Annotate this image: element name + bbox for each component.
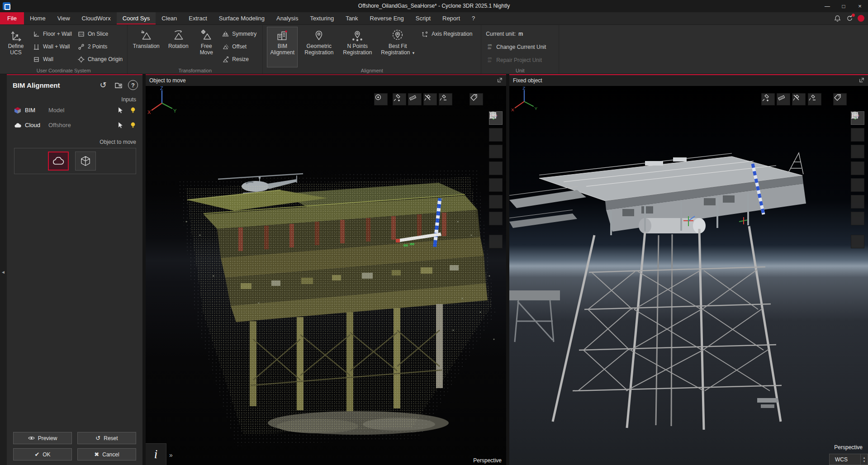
add-annotation-button[interactable] (761, 93, 775, 105)
look-at-button[interactable] (489, 178, 503, 192)
spinner-up-icon[interactable]: ▴ (863, 456, 865, 460)
collapse-panel-arrow[interactable]: ◄ (1, 270, 5, 275)
first-person-button[interactable] (851, 145, 864, 158)
tab-reverse-eng[interactable]: Reverse Eng (364, 12, 410, 24)
reset-button[interactable]: ↺ Reset (77, 432, 136, 444)
change-current-unit-button[interactable]: cmm³ Change Current Unit (486, 41, 554, 53)
measure-annotation-button[interactable] (408, 93, 422, 105)
add-annotation-button[interactable] (393, 93, 406, 105)
repair-project-unit-button[interactable]: cmm³ Repair Project Unit (486, 54, 554, 66)
tab-home[interactable]: Home (24, 12, 52, 24)
look-at-button[interactable] (851, 178, 864, 192)
rotation-button[interactable]: Rotation (166, 27, 191, 67)
slice-view-button[interactable] (851, 195, 864, 209)
sync-icon[interactable] (845, 14, 854, 23)
export-panel-icon[interactable] (113, 79, 124, 91)
visibility-bulb-icon[interactable] (130, 122, 136, 128)
tab-help[interactable]: ? (466, 12, 481, 24)
wcs-selector[interactable]: WCS ▴ ▾ (829, 454, 868, 465)
tab-report[interactable]: Report (436, 12, 466, 24)
symmetry-icon (222, 30, 229, 38)
tab-file[interactable]: File (0, 12, 24, 24)
fly-mode-button[interactable] (851, 161, 864, 175)
tab-cloudworx[interactable]: CloudWorx (76, 12, 117, 24)
offset-button[interactable]: Offset (222, 41, 258, 52)
link-views-button[interactable] (489, 235, 503, 248)
fit-view-button[interactable] (851, 128, 864, 142)
pick-cursor-icon[interactable] (118, 107, 123, 114)
left-viewport-header: Object to move (146, 75, 506, 86)
fit-view-button[interactable] (489, 128, 503, 142)
tab-extract[interactable]: Extract (183, 12, 213, 24)
annotation-off-button[interactable] (423, 93, 437, 105)
left-projection-label: Perspective (473, 457, 502, 464)
wall-button[interactable]: Wall (33, 53, 72, 65)
tab-analysis[interactable]: Analysis (270, 12, 304, 24)
popout-icon[interactable] (859, 77, 864, 84)
annotation-clear-button[interactable] (439, 93, 452, 105)
cancel-button[interactable]: ✖ Cancel (77, 448, 136, 460)
reset-defaults-icon[interactable]: ↺ (97, 79, 109, 91)
link-views-button[interactable] (851, 235, 864, 248)
ok-button[interactable]: ✔ OK (13, 448, 72, 460)
target-circle-button[interactable] (374, 93, 388, 105)
notification-badge[interactable] (858, 15, 864, 22)
spinner-down-icon[interactable]: ▾ (863, 460, 865, 463)
on-slice-button[interactable]: On Slice (77, 28, 123, 40)
tab-texturing[interactable]: Texturing (304, 12, 340, 24)
free-move-button[interactable]: Free Move (196, 27, 216, 67)
axis-registration-button[interactable]: Axis Registration (421, 28, 476, 40)
current-unit-label: Current unit: (486, 31, 516, 37)
window-controls: — □ × (819, 0, 868, 12)
expand-info-arrow[interactable]: » (169, 451, 173, 459)
best-fit-registration-icon (391, 28, 404, 42)
close-button[interactable]: × (852, 0, 868, 12)
flip-view-button[interactable] (489, 212, 503, 225)
app-icon[interactable] (3, 2, 10, 10)
tag-button[interactable] (833, 93, 847, 105)
preview-button[interactable]: Preview (13, 432, 72, 444)
translation-button[interactable]: Translation (132, 27, 160, 67)
left-3d-canvas[interactable]: i » Z X Y Perspective (146, 86, 506, 465)
move-model-toggle[interactable] (75, 152, 96, 171)
tab-surface-modeling[interactable]: Surface Modeling (213, 12, 270, 24)
slice-view-button[interactable] (489, 195, 503, 209)
info-button[interactable]: i (146, 443, 166, 465)
help-icon[interactable]: ? (128, 80, 138, 90)
n-points-registration-button[interactable]: N Points Registration (341, 27, 374, 67)
pick-cursor-icon[interactable] (118, 122, 123, 128)
notifications-bell-icon[interactable] (833, 14, 841, 23)
visibility-bulb-icon[interactable] (130, 107, 136, 114)
wall-wall-button[interactable]: Wall + Wall (33, 41, 72, 52)
move-cloud-toggle[interactable] (48, 152, 69, 171)
measure-annotation-button[interactable] (777, 93, 790, 105)
floor-wall-button[interactable]: Floor + Wall (33, 28, 72, 40)
define-ucs-button[interactable]: Define UCS (5, 27, 27, 67)
two-points-button[interactable]: 2 Points (77, 41, 123, 52)
tab-view[interactable]: View (52, 12, 76, 24)
first-person-button[interactable] (489, 145, 503, 158)
wcs-spinner[interactable]: ▴ ▾ (860, 454, 868, 465)
flip-view-button[interactable] (851, 212, 864, 225)
viewport-fixed-object: Fixed object (509, 74, 868, 465)
symmetry-button[interactable]: Symmetry (222, 28, 258, 40)
on-slice-label: On Slice (88, 31, 108, 37)
cancel-label: Cancel (102, 451, 119, 458)
annotation-clear-button[interactable] (808, 93, 821, 105)
minimize-button[interactable]: — (819, 0, 835, 12)
resize-button[interactable]: Resize (222, 53, 258, 65)
tag-button[interactable] (470, 93, 483, 105)
geometric-registration-button[interactable]: Geometric Registration (303, 27, 335, 67)
tab-tank[interactable]: Tank (340, 12, 364, 24)
bim-alignment-button[interactable]: BIM Alignment (267, 27, 297, 67)
tab-clean[interactable]: Clean (156, 12, 183, 24)
fly-mode-button[interactable] (489, 161, 503, 175)
best-fit-registration-button[interactable]: Best Fit Registration ▾ (379, 27, 416, 67)
right-3d-canvas[interactable]: Z X Y Perspective WCS ▴ ▾ (509, 86, 868, 465)
maximize-button[interactable]: □ (835, 0, 852, 12)
tab-script[interactable]: Script (410, 12, 436, 24)
tab-coord-sys[interactable]: Coord Sys (117, 12, 156, 24)
popout-icon[interactable] (497, 77, 503, 84)
change-origin-button[interactable]: Change Origin (77, 53, 123, 65)
annotation-off-button[interactable] (792, 93, 806, 105)
